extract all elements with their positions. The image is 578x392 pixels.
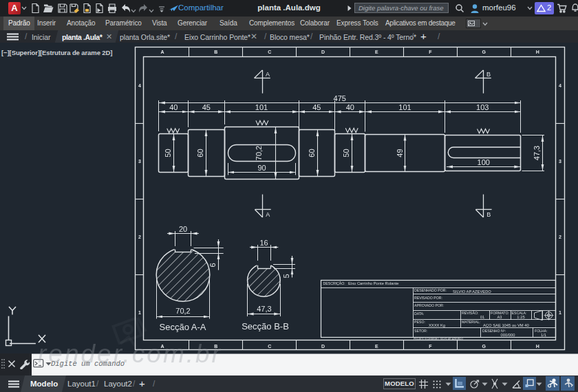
svg-text:475: 475 (334, 94, 346, 102)
svg-text:47,3: 47,3 (533, 146, 541, 160)
svg-text:16: 16 (259, 239, 268, 247)
svg-text:B: B (486, 71, 491, 78)
svg-text:XXXX Kg: XXXX Kg (429, 323, 445, 327)
svg-text:H: H (536, 344, 539, 349)
svg-text:DATA:: DATA: (414, 312, 425, 316)
svg-text:45: 45 (312, 103, 321, 111)
svg-text:60: 60 (308, 149, 316, 157)
svg-text:H: H (536, 50, 539, 54)
svg-text:B: B (214, 50, 217, 54)
svg-text:50: 50 (342, 149, 350, 157)
svg-text:A: A (160, 50, 164, 54)
svg-text:45: 45 (202, 103, 211, 111)
svg-text:101: 101 (255, 103, 268, 111)
svg-text:D: D (321, 50, 325, 54)
svg-text:60: 60 (196, 149, 204, 157)
svg-text:1:25: 1:25 (517, 315, 524, 319)
svg-text:1: 1 (138, 310, 141, 315)
svg-text:50: 50 (164, 149, 172, 157)
svg-text:70,2: 70,2 (175, 307, 190, 315)
svg-text:Eixo Carrinho Ponte Rolante: Eixo Carrinho Ponte Rolante (348, 281, 398, 285)
svg-text:3: 3 (138, 159, 141, 164)
svg-text:4: 4 (138, 83, 141, 88)
svg-text:B: B (486, 211, 491, 218)
svg-text:REVISÃO:: REVISÃO: (462, 311, 479, 315)
svg-text:100: 100 (478, 158, 490, 166)
svg-text:AÇO SAE 1045 ou VM 40: AÇO SAE 1045 ou VM 40 (483, 323, 529, 327)
svg-text:APROVADO POR:: APROVADO POR: (414, 303, 444, 307)
svg-text:1: 1 (559, 310, 561, 315)
svg-text:01: 01 (480, 315, 484, 319)
svg-text:4: 4 (559, 83, 561, 88)
svg-text:49: 49 (396, 149, 404, 157)
svg-text:101: 101 (398, 103, 411, 111)
svg-text:DESENHADO POR:: DESENHADO POR: (414, 288, 447, 292)
svg-text:PESO:: PESO: (414, 320, 425, 324)
svg-text:40: 40 (169, 103, 178, 111)
svg-text:90: 90 (257, 164, 266, 172)
svg-text:MATERIAL:: MATERIAL: (462, 320, 480, 324)
svg-text:A: A (266, 71, 270, 78)
svg-text:SETOR:: SETOR: (414, 329, 427, 333)
svg-text:A3: A3 (497, 315, 502, 319)
svg-text:FOLHA:: FOLHA: (535, 329, 548, 333)
svg-text:20: 20 (179, 225, 187, 233)
svg-text:1/1: 1/1 (541, 333, 546, 337)
svg-text:5: 5 (282, 274, 290, 278)
svg-text:3: 3 (559, 159, 561, 164)
svg-text:Secção A-A: Secção A-A (160, 322, 206, 332)
svg-text:40: 40 (346, 103, 354, 111)
svg-text:F: F (429, 50, 432, 54)
svg-text:DESCRIÇÃO:: DESCRIÇÃO: (323, 281, 345, 285)
svg-text:6: 6 (208, 263, 217, 267)
svg-text:REVISADO POR:: REVISADO POR: (414, 296, 442, 300)
svg-text:000/000: 000/000 (501, 333, 515, 337)
svg-text:2: 2 (138, 235, 141, 239)
svg-text:Secção B-B: Secção B-B (242, 321, 289, 331)
svg-text:E: E (375, 50, 378, 54)
svg-text:SILVIO AP.AZEVEDO: SILVIO AP.AZEVEDO (453, 290, 491, 294)
svg-text:103: 103 (476, 103, 489, 111)
svg-text:G: G (482, 50, 486, 54)
svg-text:47,3: 47,3 (257, 305, 271, 313)
svg-text:2: 2 (559, 235, 561, 239)
svg-text:A: A (266, 211, 270, 218)
svg-text:70,2: 70,2 (255, 146, 263, 160)
svg-text:G: G (482, 344, 486, 349)
svg-text:C: C (268, 50, 271, 54)
